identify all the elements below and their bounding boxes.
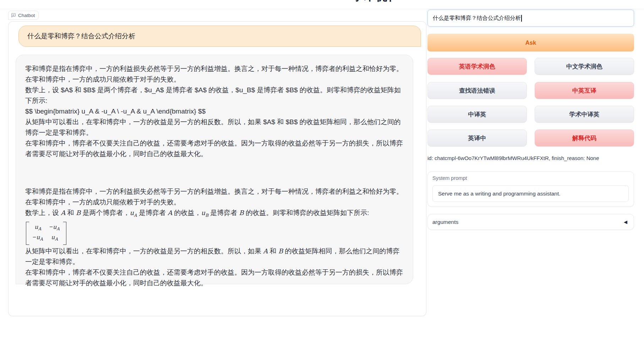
chatbot-label: Chatbot (8, 11, 39, 20)
bot-raw-line: 从矩阵中可以看出，在零和博弈中，一方的收益是另一方的相反数。所以，如果 $A$ … (25, 117, 404, 138)
bot-rendered-paragraph: 从矩阵中可以看出，在零和博弈中，一方的收益是另一方的相反数。所以，如果 A 和 … (25, 246, 404, 267)
collapse-arrow-icon: ◀ (624, 219, 627, 225)
question-input[interactable]: 什么是零和博弈？结合公式介绍分析 (427, 10, 634, 27)
en-to-zh-button[interactable]: 英译中 (427, 130, 527, 147)
bot-rendered-paragraph: 数学上，设 A 和 B 是两个博弈者，uA 是博弈者 A 的收益，uB 是博弈者… (25, 208, 404, 221)
bot-raw-line: 数学上，设 $A$ 和 $B$ 是两个博弈者，$u_A$ 是博弈者 $A$ 的收… (25, 85, 404, 106)
bot-rendered-paragraph: 在零和博弈中，博弈者不仅要关注自己的收益，还需要考虑对手的收益。因为一方取得的收… (25, 267, 404, 288)
chinese-academic-polish-button[interactable]: 中文学术润色 (535, 58, 634, 75)
top-divider (0, 9, 644, 9)
bot-raw-line: 在零和博弈中，博弈者不仅要关注自己的收益，还需要考虑对手的收益。因为一方取得的收… (25, 138, 404, 159)
bot-rendered-paragraph: 零和博弈是指在博弈中，一方的利益损失必然等于另一方的利益增益。换言之，对于每一种… (25, 186, 404, 208)
system-prompt-label: System prompt (432, 175, 467, 181)
bot-raw-block: 零和博弈是指在博弈中，一方的利益损失必然等于另一方的利益增益。换言之，对于每一种… (25, 64, 404, 159)
arguments-accordion-label: arguments (432, 219, 458, 225)
completion-id-text: id: chatcmpl-6wOo7KrYTwMl89lbrMWRu4UkFFX… (427, 155, 599, 161)
text-caret (521, 15, 522, 22)
user-message-text: 什么是零和博弈？结合公式介绍分析 (27, 32, 135, 41)
zh-en-mutual-translate-button[interactable]: 中英互译 (535, 82, 634, 99)
ask-button[interactable]: Ask (427, 34, 634, 51)
bot-raw-line: 零和博弈是指在博弈中，一方的利益损失必然等于另一方的利益增益。换言之，对于每一种… (25, 64, 404, 85)
system-prompt-card: System prompt Serve me as a writing and … (427, 171, 634, 207)
find-grammar-errors-button[interactable]: 查找语法错误 (427, 82, 527, 99)
page-title-cropped: ChatGPT 学术优化 (299, 0, 391, 3)
paragraph-gap (25, 159, 404, 186)
chatbot-label-text: Chatbot (18, 13, 35, 18)
chat-bubble-icon (11, 13, 16, 18)
system-prompt-input[interactable]: Serve me as a writing and programming as… (432, 185, 629, 202)
bot-message-bubble: 零和博弈是指在博弈中，一方的利益损失必然等于另一方的利益增益。换言之，对于每一种… (16, 55, 413, 284)
bot-rendered-block: 零和博弈是指在博弈中，一方的利益损失必然等于另一方的利益增益。换言之，对于每一种… (25, 186, 404, 288)
explain-code-button[interactable]: 解释代码 (535, 130, 634, 147)
zh-to-en-button[interactable]: 中译英 (427, 106, 527, 123)
payoff-matrix: uA−uA−uAuA (26, 222, 66, 245)
arguments-accordion[interactable]: arguments ◀ (427, 214, 634, 230)
english-academic-polish-button[interactable]: 英语学术润色 (427, 58, 527, 75)
bot-raw-latex-line: $$ \begin{bmatrix} u_A & -u_A \ -u_A & u… (25, 106, 404, 117)
user-message-bubble: 什么是零和博弈？结合公式介绍分析 (18, 26, 421, 47)
question-input-value: 什么是零和博弈？结合公式介绍分析 (433, 15, 521, 22)
academic-zh-to-en-button[interactable]: 学术中译英 (535, 106, 634, 123)
